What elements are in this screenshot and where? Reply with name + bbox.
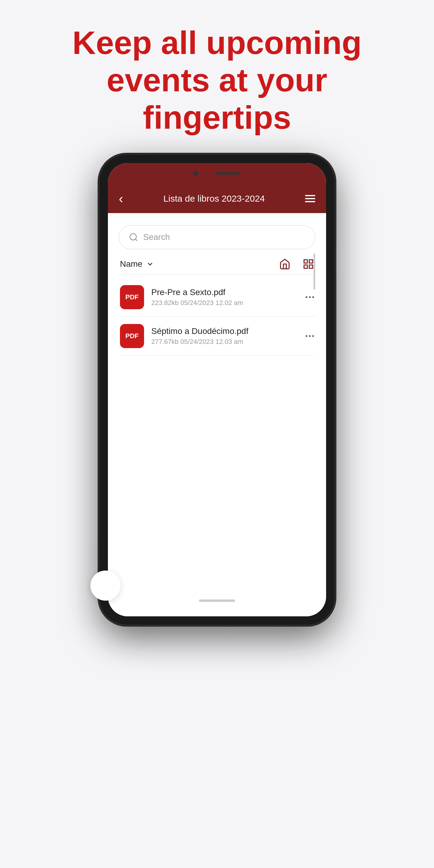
phone-mockup: ‹ Lista de libros 2023-2024 <box>99 155 335 625</box>
phone-frame: ‹ Lista de libros 2023-2024 <box>99 155 335 625</box>
pdf-icon: PDF <box>120 324 144 348</box>
svg-rect-4 <box>304 265 307 268</box>
svg-rect-5 <box>309 265 313 268</box>
svg-rect-3 <box>309 259 313 263</box>
file-item[interactable]: PDF Séptimo a Duodécimo.pdf 277.67kb 05/… <box>119 317 315 355</box>
file-more-button[interactable] <box>306 335 314 337</box>
menu-line-1 <box>305 195 315 196</box>
menu-button[interactable] <box>305 195 315 202</box>
file-meta: 223.82kb 05/24/2023 12.02 am <box>151 299 299 307</box>
speaker <box>216 172 240 175</box>
camera <box>193 171 198 176</box>
name-sort[interactable]: Name <box>120 259 154 269</box>
file-name: Pre-Pre a Sexto.pdf <box>151 287 299 297</box>
toolbar-icons <box>279 258 314 270</box>
scrollbar <box>313 253 315 290</box>
search-icon <box>129 232 138 242</box>
back-button[interactable]: ‹ <box>119 192 123 205</box>
status-bar <box>108 163 326 184</box>
headline-section: Keep all upcoming events at your fingert… <box>36 24 398 136</box>
header-title: Lista de libros 2023-2024 <box>123 193 305 204</box>
search-bar[interactable]: Search <box>119 225 315 249</box>
file-meta: 277.67kb 05/24/2023 12.03 am <box>151 338 299 346</box>
file-info: Séptimo a Duodécimo.pdf 277.67kb 05/24/2… <box>151 327 299 346</box>
menu-line-3 <box>305 201 315 202</box>
name-label: Name <box>120 259 143 269</box>
svg-rect-2 <box>304 259 307 263</box>
file-list: PDF Pre-Pre a Sexto.pdf 223.82kb 05/24/2… <box>119 278 315 355</box>
grid-icon[interactable] <box>303 258 314 270</box>
search-placeholder: Search <box>143 232 170 242</box>
file-info: Pre-Pre a Sexto.pdf 223.82kb 05/24/2023 … <box>151 287 299 307</box>
side-button <box>334 245 336 275</box>
svg-line-1 <box>135 239 137 241</box>
pdf-icon: PDF <box>120 285 144 309</box>
chevron-down-icon <box>146 260 154 268</box>
headline-text: Keep all upcoming events at your fingert… <box>72 24 362 136</box>
file-name: Séptimo a Duodécimo.pdf <box>151 327 299 336</box>
phone-screen: ‹ Lista de libros 2023-2024 <box>108 163 326 616</box>
app-header: ‹ Lista de libros 2023-2024 <box>108 184 326 213</box>
menu-line-2 <box>305 198 315 199</box>
svg-point-0 <box>130 234 136 240</box>
app-content: Search Name <box>108 213 326 616</box>
home-icon[interactable] <box>279 258 290 270</box>
bottom-circle-decoration <box>90 570 121 601</box>
home-indicator <box>199 599 235 602</box>
file-item[interactable]: PDF Pre-Pre a Sexto.pdf 223.82kb 05/24/2… <box>119 278 315 317</box>
file-more-button[interactable] <box>306 296 314 298</box>
toolbar-row: Name <box>119 258 315 275</box>
content-area: Search Name <box>108 213 326 355</box>
